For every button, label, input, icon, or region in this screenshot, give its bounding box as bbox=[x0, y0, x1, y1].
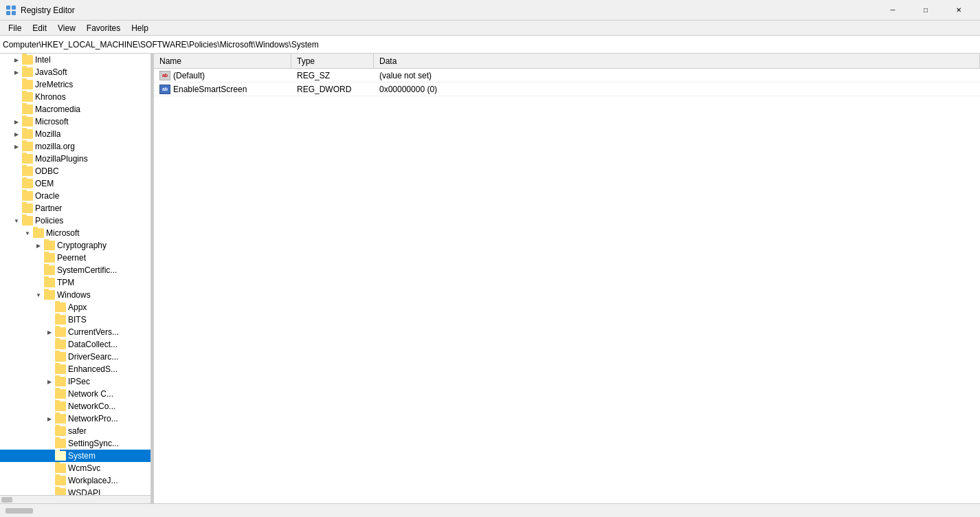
tree-horizontal-scrollbar[interactable] bbox=[0, 495, 151, 503]
folder-icon-datacollect bbox=[55, 340, 66, 349]
tree-item-mozillaorg[interactable]: mozilla.org bbox=[0, 140, 151, 153]
tree-item-mozillaplugins[interactable]: MozillaPlugins bbox=[0, 153, 151, 165]
maximize-button[interactable]: □ bbox=[910, 0, 942, 21]
tree-item-driversearc[interactable]: DriverSearc... bbox=[0, 351, 151, 363]
tree-item-microsoft[interactable]: Microsoft bbox=[0, 116, 151, 128]
svg-rect-2 bbox=[6, 11, 10, 15]
tree-item-partner[interactable]: Partner bbox=[0, 202, 151, 214]
cell-data-default: (value not set) bbox=[374, 71, 980, 80]
tree-item-oem[interactable]: OEM bbox=[0, 177, 151, 190]
tree-label-wcmsvc: WcmSvc bbox=[68, 463, 100, 473]
minimize-button[interactable]: ─ bbox=[877, 0, 909, 21]
tree-item-odbc[interactable]: ODBC bbox=[0, 165, 151, 177]
tree-item-workplacej[interactable]: WorkplaceJ... bbox=[0, 474, 151, 487]
expand-btn-mozillaorg[interactable] bbox=[11, 141, 22, 152]
expand-btn-ipsec[interactable] bbox=[44, 376, 55, 387]
tree-item-oracle[interactable]: Oracle bbox=[0, 190, 151, 202]
column-header-name[interactable]: Name bbox=[154, 54, 291, 68]
tree-item-bits[interactable]: BITS bbox=[0, 314, 151, 326]
folder-icon-wsdapi bbox=[55, 488, 66, 495]
app-icon bbox=[5, 5, 16, 16]
expand-btn-intel[interactable] bbox=[11, 54, 22, 65]
tree-label-khronos: Khronos bbox=[35, 92, 66, 102]
tree-item-wsdapi[interactable]: WSDAPI bbox=[0, 487, 151, 495]
menu-favorites[interactable]: Favorites bbox=[81, 22, 126, 34]
tree-item-networkpro[interactable]: NetworkPro... bbox=[0, 412, 151, 425]
tree-scroll[interactable]: IntelJavaSoftJreMetricsKhronosMacromedia… bbox=[0, 54, 151, 495]
tree-item-mozilla[interactable]: Mozilla bbox=[0, 128, 151, 140]
tree-item-datacollect[interactable]: DataCollect... bbox=[0, 338, 151, 351]
expand-btn-windows[interactable] bbox=[33, 289, 44, 300]
status-bar bbox=[0, 503, 980, 517]
folder-icon-wcmsvc bbox=[55, 463, 66, 473]
tree-item-systemcertific[interactable]: SystemCertific... bbox=[0, 264, 151, 276]
column-header-data[interactable]: Data bbox=[374, 54, 980, 68]
expand-btn-policies[interactable] bbox=[11, 215, 22, 226]
tree-item-jremetrics[interactable]: JreMetrics bbox=[0, 78, 151, 91]
table-row-enablesmartscreen[interactable]: abEnableSmartScreenREG_DWORD0x00000000 (… bbox=[154, 82, 980, 96]
tree-label-systemcertific: SystemCertific... bbox=[57, 265, 117, 275]
expand-btn-networkpro[interactable] bbox=[44, 413, 55, 424]
folder-icon-networkco bbox=[55, 402, 66, 411]
tree-item-system[interactable]: System bbox=[0, 450, 151, 462]
expand-btn-mozilla[interactable] bbox=[11, 129, 22, 140]
close-button[interactable]: ✕ bbox=[943, 0, 975, 21]
address-input[interactable] bbox=[3, 40, 977, 50]
menu-edit[interactable]: Edit bbox=[27, 22, 52, 34]
tree-item-appx[interactable]: Appx bbox=[0, 301, 151, 314]
tree-label-windows: Windows bbox=[57, 290, 91, 300]
folder-icon-policies bbox=[22, 216, 33, 226]
tree-label-workplacej: WorkplaceJ... bbox=[68, 476, 118, 485]
tree-item-wcmsvc[interactable]: WcmSvc bbox=[0, 462, 151, 474]
tree-item-intel[interactable]: Intel bbox=[0, 54, 151, 66]
tree-item-windows[interactable]: Windows bbox=[0, 289, 151, 301]
tree-item-javascript[interactable]: JavaSoft bbox=[0, 66, 151, 78]
tree-item-tpm[interactable]: TPM bbox=[0, 276, 151, 289]
right-panel: Name Type Data ab(Default)REG_SZ(value n… bbox=[154, 54, 980, 503]
tree-item-networkco[interactable]: NetworkCo... bbox=[0, 400, 151, 412]
tree-item-policies[interactable]: Policies bbox=[0, 214, 151, 227]
tree-item-enhanceds[interactable]: EnhancedS... bbox=[0, 363, 151, 375]
menu-help[interactable]: Help bbox=[126, 22, 154, 34]
main-layout: IntelJavaSoftJreMetricsKhronosMacromedia… bbox=[0, 54, 980, 503]
cell-data-enablesmartscreen: 0x00000000 (0) bbox=[374, 85, 980, 94]
cell-type-default: REG_SZ bbox=[291, 71, 374, 80]
tree-item-settingsync[interactable]: SettingSync... bbox=[0, 437, 151, 450]
folder-icon-polmicrosoft bbox=[33, 228, 44, 238]
tree-item-macromedia[interactable]: Macromedia bbox=[0, 103, 151, 116]
folder-icon-mozilla bbox=[22, 129, 33, 139]
folder-icon-odbc bbox=[22, 166, 33, 176]
folder-icon-safer bbox=[55, 426, 66, 436]
table-row-default[interactable]: ab(Default)REG_SZ(value not set) bbox=[154, 69, 980, 82]
tree-item-polmicrosoft[interactable]: Microsoft bbox=[0, 227, 151, 239]
expand-btn-javascript[interactable] bbox=[11, 67, 22, 78]
tree-item-safer[interactable]: safer bbox=[0, 425, 151, 437]
cell-name-enablesmartscreen: abEnableSmartScreen bbox=[154, 85, 291, 94]
folder-icon-ipsec bbox=[55, 377, 66, 386]
expand-btn-currentvers[interactable] bbox=[44, 327, 55, 338]
folder-icon-mozillaorg bbox=[22, 142, 33, 151]
tree-label-peernet: Peernet bbox=[57, 253, 86, 263]
horizontal-scroll-thumb[interactable] bbox=[5, 508, 33, 514]
tree-label-bits: BITS bbox=[68, 315, 87, 324]
tree-item-currentvers[interactable]: CurrentVers... bbox=[0, 326, 151, 338]
tree-label-appx: Appx bbox=[68, 302, 87, 312]
expand-btn-cryptography[interactable] bbox=[33, 240, 44, 251]
folder-icon-khronos bbox=[22, 92, 33, 102]
tree-item-networkc[interactable]: Network C... bbox=[0, 388, 151, 400]
expand-btn-microsoft[interactable] bbox=[11, 116, 22, 127]
tree-item-khronos[interactable]: Khronos bbox=[0, 91, 151, 103]
tree-item-ipsec[interactable]: IPSec bbox=[0, 375, 151, 388]
column-header-type[interactable]: Type bbox=[291, 54, 374, 68]
menu-view[interactable]: View bbox=[52, 22, 81, 34]
folder-icon-appx bbox=[55, 302, 66, 312]
folder-icon-system bbox=[55, 451, 66, 461]
tree-label-currentvers: CurrentVers... bbox=[68, 327, 119, 337]
tree-item-cryptography[interactable]: Cryptography bbox=[0, 239, 151, 252]
tree-label-polmicrosoft: Microsoft bbox=[46, 228, 80, 238]
tree-item-peernet[interactable]: Peernet bbox=[0, 252, 151, 264]
reg-icon-dword: ab bbox=[159, 85, 170, 94]
expand-btn-polmicrosoft[interactable] bbox=[22, 228, 33, 239]
menu-file[interactable]: File bbox=[3, 22, 27, 34]
tree-label-intel: Intel bbox=[35, 55, 51, 65]
